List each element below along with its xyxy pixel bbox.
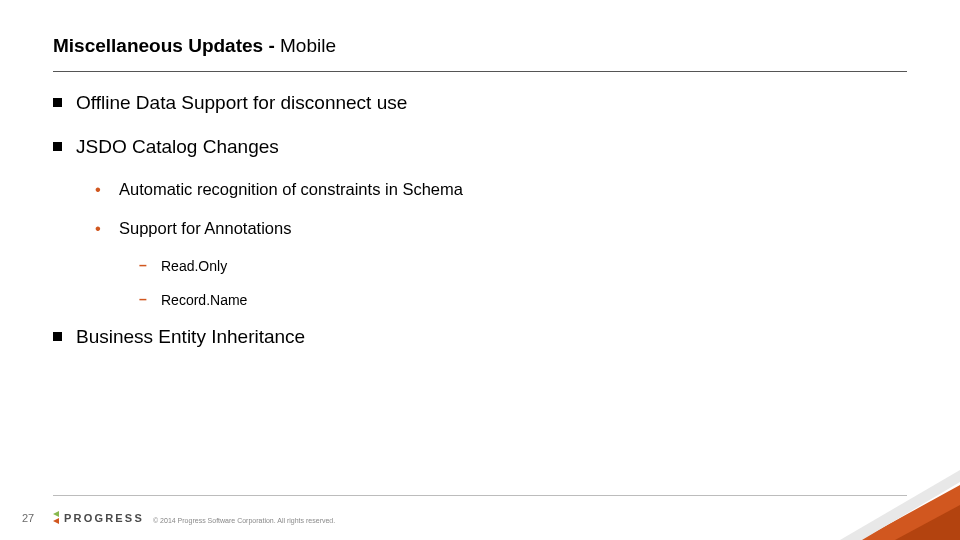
square-bullet-icon [53,332,62,341]
content-area: Offline Data Support for disconnect use … [53,92,907,370]
title-divider [53,71,907,72]
dash-bullet-icon: – [139,258,153,273]
bullet-text: Offline Data Support for disconnect use [76,92,407,114]
svg-rect-2 [53,332,62,341]
bullet-text: Record.Name [161,292,247,308]
bullet-level1: Offline Data Support for disconnect use [53,92,907,114]
bullet-level3: – Record.Name [139,292,907,308]
page-number: 27 [22,512,34,524]
bullet-text: Business Entity Inheritance [76,326,305,348]
slide-title: Miscellaneous Updates - Mobile [53,35,336,57]
bullet-text: Automatic recognition of constraints in … [119,180,463,199]
bullet-level2: • Automatic recognition of constraints i… [95,180,907,199]
copyright-text: © 2014 Progress Software Corporation. Al… [153,517,335,524]
bullet-text: Read.Only [161,258,227,274]
dash-bullet-icon: – [139,292,153,307]
svg-rect-1 [53,142,62,151]
square-bullet-icon [53,98,62,107]
square-bullet-icon [53,142,62,151]
bullet-level2: • Support for Annotations [95,219,907,238]
bullet-level3: – Read.Only [139,258,907,274]
footer: 27 PROGRESS © 2014 Progress Software Cor… [0,496,960,540]
bullet-level1: Business Entity Inheritance [53,326,907,348]
logo-text: PROGRESS [64,512,144,524]
svg-marker-3 [53,511,59,517]
bullet-text: JSDO Catalog Changes [76,136,279,158]
bullet-text: Support for Annotations [119,219,291,238]
slide: Miscellaneous Updates - Mobile Offline D… [0,0,960,540]
title-bold: Miscellaneous Updates - [53,35,280,56]
progress-logo-icon [53,511,59,525]
dot-bullet-icon: • [95,219,109,237]
bullet-level1: JSDO Catalog Changes [53,136,907,158]
progress-logo: PROGRESS [53,508,144,528]
svg-marker-4 [53,518,59,524]
svg-rect-0 [53,98,62,107]
dot-bullet-icon: • [95,180,109,198]
title-rest: Mobile [280,35,336,56]
